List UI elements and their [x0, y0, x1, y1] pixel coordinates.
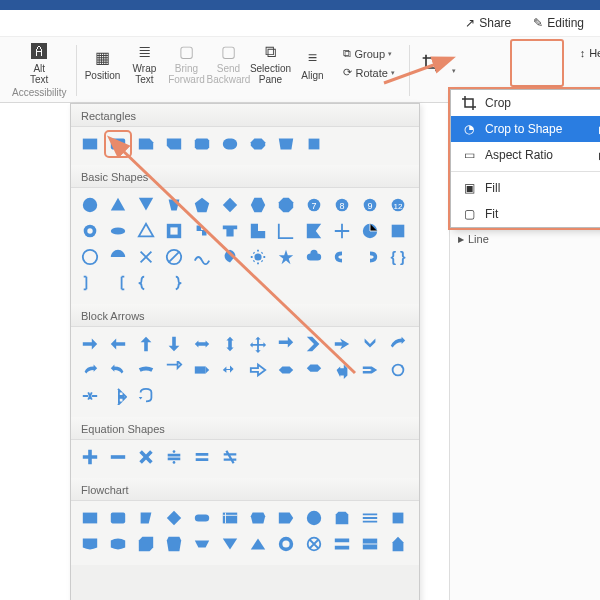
shape-swatch[interactable] — [387, 333, 409, 355]
shape-swatch[interactable] — [163, 533, 185, 555]
shape-swatch[interactable] — [191, 507, 213, 529]
shape-swatch[interactable] — [163, 507, 185, 529]
shape-swatch[interactable] — [275, 246, 297, 268]
shape-swatch[interactable]: { } — [387, 246, 409, 268]
shape-swatch[interactable] — [107, 385, 129, 407]
shape-swatch[interactable] — [191, 359, 213, 381]
shape-swatch[interactable] — [331, 246, 353, 268]
shape-swatch[interactable] — [107, 246, 129, 268]
shape-swatch[interactable] — [107, 446, 129, 468]
shape-swatch[interactable] — [219, 133, 241, 155]
shape-swatch[interactable] — [331, 533, 353, 555]
shape-swatch[interactable] — [247, 246, 269, 268]
shape-swatch[interactable] — [247, 507, 269, 529]
align-button[interactable]: ≡ Align — [291, 43, 333, 85]
shape-swatch[interactable] — [135, 246, 157, 268]
share-button[interactable]: ↗ Share — [459, 14, 517, 32]
shape-swatch[interactable] — [219, 446, 241, 468]
shape-swatch[interactable] — [135, 333, 157, 355]
shape-swatch[interactable] — [359, 333, 381, 355]
shape-swatch[interactable] — [247, 194, 269, 216]
shape-swatch[interactable] — [79, 533, 101, 555]
shape-swatch[interactable] — [107, 194, 129, 216]
shape-swatch[interactable] — [163, 359, 185, 381]
shape-swatch[interactable] — [275, 220, 297, 242]
alt-text-button[interactable]: 🅰 Alt Text — [18, 43, 60, 85]
shape-swatch[interactable] — [303, 220, 325, 242]
shape-swatch[interactable] — [79, 333, 101, 355]
shape-swatch[interactable]: 9 — [359, 194, 381, 216]
shape-swatch[interactable] — [163, 272, 185, 294]
shape-swatch[interactable] — [107, 359, 129, 381]
shape-swatch[interactable] — [331, 220, 353, 242]
shape-swatch[interactable]: 12 — [387, 194, 409, 216]
shape-swatch[interactable] — [275, 359, 297, 381]
position-button[interactable]: ▦ Position — [81, 43, 123, 85]
shape-swatch[interactable] — [359, 507, 381, 529]
menu-item-crop[interactable]: Crop — [451, 90, 600, 116]
shape-swatch[interactable] — [219, 333, 241, 355]
shape-swatch[interactable] — [387, 220, 409, 242]
shape-swatch[interactable] — [247, 133, 269, 155]
shape-swatch[interactable] — [387, 507, 409, 529]
crop-button[interactable] — [414, 43, 448, 85]
shape-swatch[interactable] — [359, 220, 381, 242]
shape-swatch[interactable] — [219, 359, 241, 381]
shape-swatch[interactable] — [275, 507, 297, 529]
menu-item-fill[interactable]: ▣ Fill — [451, 175, 600, 201]
selection-pane-button[interactable]: ⧉ Selection Pane — [249, 43, 291, 85]
shape-swatch[interactable] — [387, 533, 409, 555]
shape-swatch[interactable] — [79, 446, 101, 468]
shape-swatch[interactable] — [247, 359, 269, 381]
shape-swatch[interactable] — [163, 246, 185, 268]
shape-swatch[interactable] — [79, 385, 101, 407]
shape-swatch[interactable] — [275, 194, 297, 216]
shape-swatch[interactable] — [79, 246, 101, 268]
shape-swatch[interactable] — [331, 359, 353, 381]
shape-swatch[interactable] — [135, 220, 157, 242]
shape-swatch[interactable] — [247, 333, 269, 355]
bring-forward-button[interactable]: ▢ Bring Forward — [165, 43, 207, 85]
shape-swatch[interactable] — [359, 533, 381, 555]
shape-swatch[interactable] — [135, 359, 157, 381]
shape-swatch[interactable] — [387, 359, 409, 381]
shape-swatch[interactable] — [163, 220, 185, 242]
menu-item-crop-to-shape[interactable]: ◔ Crop to Shape ▶ — [451, 116, 600, 142]
shape-swatch[interactable] — [191, 194, 213, 216]
shape-swatch[interactable] — [359, 246, 381, 268]
shape-swatch[interactable] — [275, 533, 297, 555]
shape-swatch[interactable] — [191, 446, 213, 468]
editing-button[interactable]: ✎ Editing — [527, 14, 590, 32]
shape-swatch[interactable] — [303, 133, 325, 155]
shape-swatch[interactable]: 7 — [303, 194, 325, 216]
shape-swatch[interactable] — [163, 446, 185, 468]
menu-item-fit[interactable]: ▢ Fit — [451, 201, 600, 227]
shape-swatch[interactable] — [359, 359, 381, 381]
shape-swatch[interactable] — [275, 333, 297, 355]
shape-swatch[interactable] — [79, 220, 101, 242]
shape-swatch[interactable] — [135, 194, 157, 216]
shape-swatch[interactable] — [79, 194, 101, 216]
shape-swatch[interactable]: 8 — [331, 194, 353, 216]
shape-swatch[interactable] — [163, 133, 185, 155]
shape-swatch[interactable] — [219, 246, 241, 268]
shape-swatch[interactable] — [275, 133, 297, 155]
shape-swatch[interactable] — [79, 507, 101, 529]
shape-swatch[interactable] — [107, 533, 129, 555]
shape-swatch[interactable] — [163, 194, 185, 216]
shape-swatch[interactable] — [219, 194, 241, 216]
send-backward-button[interactable]: ▢ Send Backward — [207, 43, 249, 85]
shape-swatch[interactable] — [135, 133, 157, 155]
shape-swatch[interactable] — [191, 220, 213, 242]
shape-swatch[interactable] — [219, 507, 241, 529]
shape-swatch[interactable] — [247, 533, 269, 555]
shape-swatch[interactable] — [79, 359, 101, 381]
shape-swatch[interactable] — [79, 272, 101, 294]
shape-swatch[interactable] — [107, 507, 129, 529]
shape-swatch[interactable] — [135, 385, 157, 407]
shape-swatch[interactable] — [107, 333, 129, 355]
shape-swatch[interactable] — [191, 533, 213, 555]
shape-swatch[interactable] — [107, 133, 129, 155]
shape-swatch[interactable] — [135, 446, 157, 468]
wrap-text-button[interactable]: ≣ Wrap Text — [123, 43, 165, 85]
